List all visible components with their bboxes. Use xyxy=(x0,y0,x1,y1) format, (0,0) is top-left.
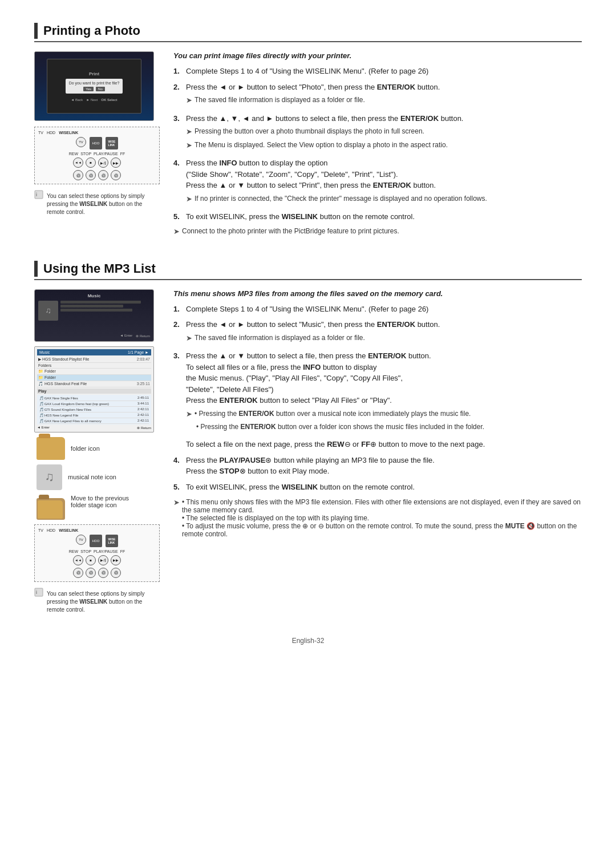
btn-1[interactable]: 🔘 xyxy=(73,170,83,180)
mp3-btn-3[interactable]: 🔘 xyxy=(98,568,108,578)
mp3-prev-folder-label: Move to the previousfolder stage icon xyxy=(71,495,129,508)
mp3-step1-content: Complete Steps 1 to 4 of "Using the WISE… xyxy=(186,304,582,315)
remote-buttons-row2: ◄◄ ■ ▶/‖ ▶▶ xyxy=(38,157,156,168)
mp3-section: Using the MP3 List Music ♫ xyxy=(34,261,582,614)
mp3-btn-4[interactable]: 🔘 xyxy=(111,568,121,578)
mp3-stop-button[interactable]: ■ xyxy=(86,555,96,565)
step2-bold: ENTER/OK xyxy=(377,83,415,91)
step3-note2: ➤ The Menu is displayed. Select the View… xyxy=(186,140,582,151)
mp3-list-folders: Folders xyxy=(37,363,151,369)
step2-note-text: The saved file information is displayed … xyxy=(194,95,365,106)
printing-step-1: 1. Complete Steps 1 to 4 of "Using the W… xyxy=(173,66,582,77)
mp3-hdd-button[interactable]: HDD xyxy=(90,535,102,547)
step4-enterok-bold: ENTER/OK xyxy=(373,181,411,189)
mp3-step1-num: 1. xyxy=(173,304,183,315)
mp3-row2-name: 📁 Folder xyxy=(38,369,56,374)
mp3-step-1: 1. Complete Steps 1 to 4 of "Using the W… xyxy=(173,304,582,315)
footer-text: English-32 xyxy=(292,637,325,645)
mp3-rew-bold: REW xyxy=(327,440,344,448)
mp3-step-3b: To select a file on the next page, press… xyxy=(173,439,582,450)
mp3-hdd-label: HDD xyxy=(47,528,55,532)
mp3-ctrl-enter: ◄ Enter xyxy=(120,334,132,338)
mp3-wiselink-button[interactable]: WISELINK xyxy=(106,535,118,547)
mp3-arrow3: ➤ xyxy=(173,498,180,538)
printing-remote-note-text: You can select these options by simply p… xyxy=(47,192,160,216)
mp3-arrow2: ➤ xyxy=(186,409,192,420)
printing-step-2: 2. Press the ◄ or ► button to select "Ph… xyxy=(173,82,582,108)
mp3-ff-label: FF xyxy=(120,549,125,553)
step5-content: To exit WISELINK, press the WISELINK but… xyxy=(186,211,582,223)
mp3-note-icon-box: ♫ musical note icon xyxy=(34,464,160,490)
arrow-sym2: ➤ xyxy=(186,126,192,138)
btn-3[interactable]: 🔘 xyxy=(98,170,108,180)
mp3-tv-label: TV xyxy=(38,528,43,532)
step1-num: 1. xyxy=(173,66,183,77)
mp3-list-footer-return: ⊗ Return xyxy=(137,426,151,430)
mp3-header: Using the MP3 List xyxy=(34,261,582,280)
printing-remote-box: TV HDD WISELINK TV HDD WISELINK REW xyxy=(34,127,160,184)
mp3-bottom-note3-text: • To adjust the music volume, press the … xyxy=(182,522,577,538)
mp3-step3-bold: ENTER/OK xyxy=(368,351,406,360)
step4-note-text: If no printer is connected, the "Check t… xyxy=(194,193,487,205)
mp3-playpause-button[interactable]: ▶/‖ xyxy=(98,555,108,565)
playpause-label: PLAY/PAUSE xyxy=(94,152,118,156)
mp3-note-label: musical note icon xyxy=(68,474,116,480)
mp3-wiselink-label: WISELINK xyxy=(59,528,78,532)
step2-num: 2. xyxy=(173,82,183,108)
mp3-remote-labels: TV HDD WISELINK xyxy=(38,528,78,532)
mp3-sub-row3: 🎵 GTI Sound Kingdom New Files2:42:11 xyxy=(39,407,149,413)
ff-label: FF xyxy=(120,152,125,156)
mp3-bottom-note1: ➤ • This menu only shows files with the … xyxy=(173,498,582,538)
mp3-stop-label: STOP xyxy=(80,549,91,553)
mp3-bottom-note2-text: • The selected file is displayed on the … xyxy=(182,514,369,522)
mp3-step3-note2-text: • Pressing the ENTER/OK button over a fo… xyxy=(196,422,484,432)
mp3-btn-1[interactable]: 🔘 xyxy=(73,568,83,578)
yes-btn: Yes xyxy=(83,87,94,91)
mp3-music-info xyxy=(60,301,150,331)
mp3-list-footer: ◄ Enter ⊗ Return xyxy=(37,426,151,430)
hdd-label: HDD xyxy=(47,131,55,135)
step5-wiselink-bold: WISELINK xyxy=(282,212,318,221)
mp3-step2-content: Press the ◄ or ► button to select "Music… xyxy=(186,319,582,346)
btn-2[interactable]: 🔘 xyxy=(86,170,96,180)
tv-button[interactable]: TV xyxy=(76,137,86,147)
wiselink-button[interactable]: WISELINK xyxy=(106,137,118,149)
step1-content: Complete Steps 1 to 4 of "Using the WISE… xyxy=(186,66,582,77)
mp3-rew-button[interactable]: ◄◄ xyxy=(73,555,83,565)
mp3-ff-button[interactable]: ▶▶ xyxy=(111,555,121,565)
remote-labels: TV HDD WISELINK xyxy=(38,131,78,135)
printing-section: Printing a Photo Print Do you want to pr… xyxy=(34,23,582,238)
mp3-row4-name: 🎵 HGS Standout Feat File xyxy=(38,382,87,386)
printing-heading: You can print image files directly with … xyxy=(173,51,582,60)
mp3-step3-enterok: ENTER/OK xyxy=(220,396,258,405)
mp3-list-header-title: Music xyxy=(39,350,50,354)
mp3-step-3: 3. Press the ▲ or ▼ button to select a f… xyxy=(173,350,582,434)
mp3-row1-time: 2:03:47 xyxy=(137,357,150,362)
playpause-button[interactable]: ▶/‖ xyxy=(98,157,108,168)
step4-info-bold: INFO xyxy=(220,159,237,167)
mp3-btn-2[interactable]: 🔘 xyxy=(86,568,96,578)
mp3-music-title: Music xyxy=(38,293,150,298)
printing-right-col: You can print image files directly with … xyxy=(173,51,582,238)
mp3-step-5: 5. To exit WISELINK, press the WISELINK … xyxy=(173,482,582,493)
ff-button[interactable]: ▶▶ xyxy=(111,157,121,168)
mp3-content: Music ♫ ◄ Enter ⊗ Return xyxy=(34,289,582,614)
mp3-tv-button[interactable]: TV xyxy=(76,535,86,545)
stop-button[interactable]: ■ xyxy=(86,157,96,168)
arrow-sym: ➤ xyxy=(186,95,192,106)
printing-content: Print Do you want to print the file? Yes… xyxy=(34,51,582,238)
btn-4[interactable]: 🔘 xyxy=(111,170,121,180)
step4-content: Press the INFO button to display the opt… xyxy=(186,157,582,207)
mp3-list-footer-enter: ◄ Enter xyxy=(37,426,50,430)
mp3-remote-note-text: You can select these options by simply p… xyxy=(47,590,160,614)
step3-num: 3. xyxy=(173,113,183,153)
mp3-step4-stop-bold: STOP xyxy=(220,467,240,475)
mp3-list-row2: 📁 Folder xyxy=(37,369,151,375)
mp3-sub-row4: 🎵 HGS New Legend File2:42:11 xyxy=(39,413,149,418)
mp3-steps: 1. Complete Steps 1 to 4 of "Using the W… xyxy=(173,304,582,493)
rew-label: REW xyxy=(69,152,78,156)
mp3-remote-note: i You can select these options by simply… xyxy=(34,588,160,614)
rew-button[interactable]: ◄◄ xyxy=(73,157,83,168)
step2-note: ➤ The saved file information is displaye… xyxy=(186,95,582,106)
hdd-button[interactable]: HDD xyxy=(90,137,102,149)
